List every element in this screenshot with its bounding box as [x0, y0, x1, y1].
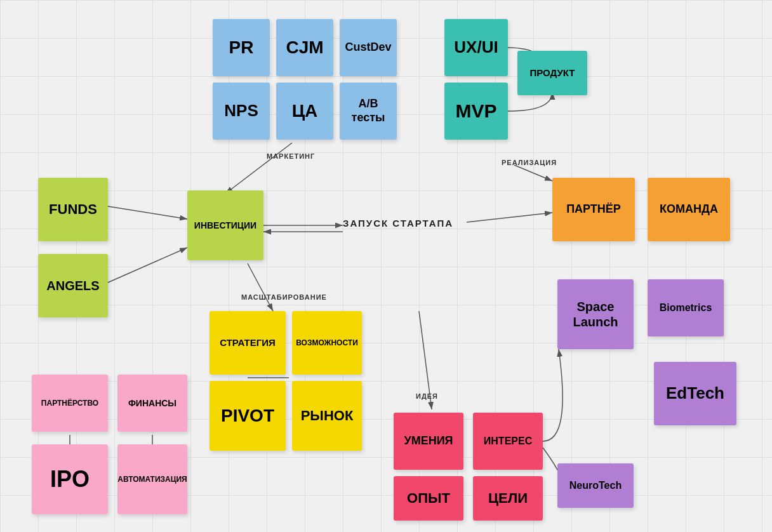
- idea-label: ИДЕЯ: [416, 392, 438, 400]
- sticky-spacelaunch[interactable]: Space Launch: [557, 279, 634, 349]
- main-canvas: МАРКЕТИНГ РЕАЛИЗАЦИЯ ЗАПУСК СТАРТАПА МАС…: [0, 0, 772, 532]
- sticky-funds[interactable]: FUNDS: [38, 178, 108, 241]
- sticky-opportunities[interactable]: ВОЗМОЖНОСТИ: [292, 311, 362, 375]
- sticky-custdev[interactable]: CustDev: [340, 19, 397, 76]
- sticky-investments[interactable]: ИНВЕСТИЦИИ: [187, 190, 263, 260]
- sticky-uxui[interactable]: UX/UI: [444, 19, 508, 76]
- sticky-pivot[interactable]: PIVOT: [210, 381, 286, 451]
- sticky-skills[interactable]: УМЕНИЯ: [394, 413, 463, 470]
- sticky-mvp[interactable]: MVP: [444, 83, 508, 140]
- scaling-label: МАСШТАБИРОВАНИЕ: [241, 293, 327, 301]
- sticky-strategy[interactable]: СТРАТЕГИЯ: [210, 311, 286, 375]
- center-label: ЗАПУСК СТАРТАПА: [343, 218, 453, 229]
- sticky-biometrics[interactable]: Biometrics: [648, 279, 724, 336]
- arrows-layer: [0, 0, 772, 532]
- sticky-product[interactable]: ПРОДУКТ: [517, 51, 587, 95]
- sticky-automation[interactable]: АВТОМАТИЗАЦИЯ: [117, 444, 187, 514]
- sticky-interest[interactable]: ИНТЕРЕС: [473, 413, 543, 470]
- sticky-team[interactable]: КОМАНДА: [648, 178, 730, 241]
- marketing-label: МАРКЕТИНГ: [267, 152, 315, 160]
- sticky-market[interactable]: РЫНОК: [292, 381, 362, 451]
- sticky-edtech[interactable]: EdTech: [654, 362, 736, 425]
- sticky-partner[interactable]: ПАРТНЁР: [552, 178, 635, 241]
- sticky-partnership[interactable]: ПАРТНЁРСТВО: [32, 375, 108, 432]
- sticky-experience[interactable]: ОПЫТ: [394, 476, 463, 521]
- sticky-tsa[interactable]: ЦА: [276, 83, 333, 140]
- sticky-goals[interactable]: ЦЕЛИ: [473, 476, 543, 521]
- realization-label: РЕАЛИЗАЦИЯ: [502, 159, 557, 166]
- sticky-neurotech[interactable]: NeuroTech: [557, 463, 634, 508]
- sticky-ab[interactable]: A/B тесты: [340, 83, 397, 140]
- sticky-finances[interactable]: ФИНАНСЫ: [117, 375, 187, 432]
- sticky-cjm[interactable]: CJM: [276, 19, 333, 76]
- sticky-nps[interactable]: NPS: [213, 83, 270, 140]
- sticky-ipo[interactable]: IPO: [32, 444, 108, 514]
- sticky-angels[interactable]: ANGELS: [38, 254, 108, 317]
- sticky-pr[interactable]: PR: [213, 19, 270, 76]
